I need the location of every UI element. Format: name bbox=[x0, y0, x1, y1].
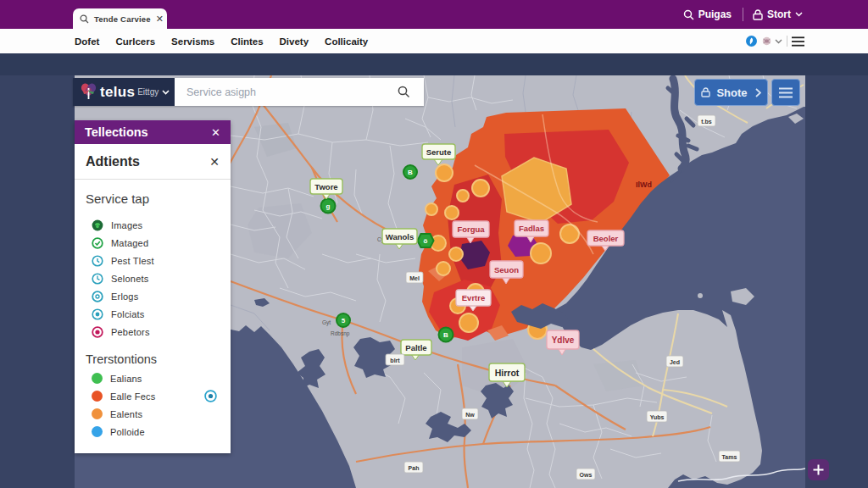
svg-text:Twore: Twore bbox=[314, 182, 337, 191]
svg-text:Wanols: Wanols bbox=[386, 232, 414, 241]
svg-text:Gyt: Gyt bbox=[322, 319, 331, 326]
svg-text:IlWd: IlWd bbox=[636, 180, 652, 189]
svg-text:Beoler: Beoler bbox=[593, 234, 619, 243]
svg-text:Serute: Serute bbox=[426, 147, 452, 157]
svg-text:t.bs: t.bs bbox=[701, 119, 712, 125]
svg-text:blrt: blrt bbox=[390, 358, 400, 363]
svg-text:Seuon: Seuon bbox=[494, 265, 519, 274]
svg-text:Paltle: Paltle bbox=[405, 343, 426, 352]
svg-text:Rdbsnp: Rdbsnp bbox=[331, 330, 350, 337]
svg-text:B: B bbox=[443, 331, 448, 339]
svg-text:Hirrot: Hirrot bbox=[495, 368, 520, 378]
svg-text:ö: ö bbox=[424, 237, 428, 245]
svg-text:Evrtre: Evrtre bbox=[462, 293, 485, 302]
svg-text:Tams: Tams bbox=[722, 454, 737, 460]
svg-text:Yubs: Yubs bbox=[650, 414, 665, 420]
svg-text:Pah: Pah bbox=[409, 465, 420, 471]
svg-text:Fadlas: Fadlas bbox=[519, 224, 544, 233]
svg-text:Ydlve: Ydlve bbox=[552, 336, 575, 345]
svg-text:Ows: Ows bbox=[580, 472, 593, 478]
svg-text:Nw: Nw bbox=[465, 412, 475, 418]
svg-text:Jed: Jed bbox=[670, 359, 680, 365]
svg-text:5: 5 bbox=[342, 317, 346, 324]
svg-text:g: g bbox=[326, 202, 331, 210]
svg-text:Mel: Mel bbox=[409, 275, 420, 281]
svg-text:B: B bbox=[408, 169, 413, 176]
svg-text:Forgua: Forgua bbox=[457, 225, 485, 234]
